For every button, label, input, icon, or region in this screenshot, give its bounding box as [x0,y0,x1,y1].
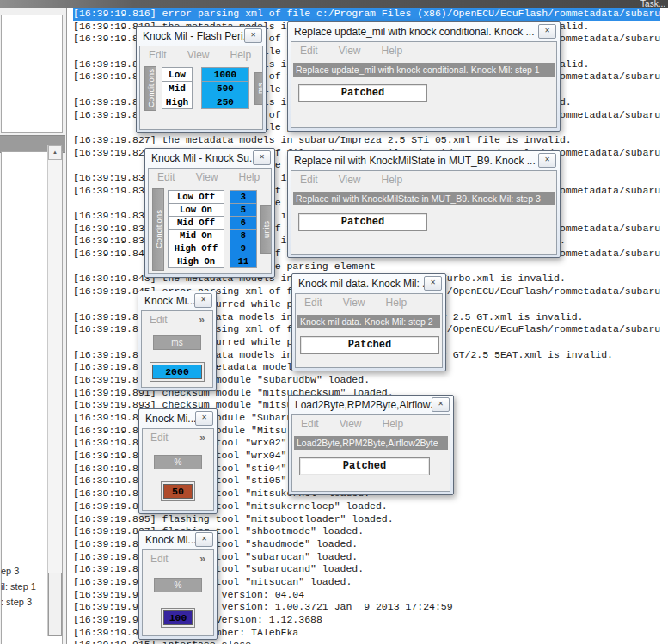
condition-label-cell: High [162,95,193,109]
menu-view[interactable]: View [187,49,210,61]
value-cell[interactable]: 3 [230,190,257,204]
task-list-item[interactable]: ep 3 [1,563,47,579]
titlebar[interactable]: Knock mil data. Knock Mil: ... ✕ [292,274,445,292]
top-taskbar: Task... [0,0,668,8]
menu-help[interactable]: Help [382,418,403,430]
close-icon[interactable]: ✕ [432,397,450,412]
close-icon[interactable]: ✕ [424,276,442,291]
menu-help[interactable]: Help [238,171,260,183]
dialog-title: Replace update_mil with knock conditiona… [294,26,538,38]
menubar: Edit View Help [140,46,262,64]
menubar: Edit View Help [296,294,442,311]
close-icon[interactable]: ✕ [538,24,556,39]
close-icon[interactable]: ✕ [194,293,212,308]
log-line: [16:39:19.816] error parsing xml of file… [73,8,660,21]
close-icon[interactable]: ✕ [253,150,271,165]
menu-edit[interactable]: Edit [150,432,169,444]
dialog-body: Edit View Help Conditions Low OffLow OnM… [148,168,272,274]
value-text: 100 [163,610,193,625]
menubar: Edit » [143,550,213,567]
titlebar[interactable]: Knock Mi... ✕ [139,531,217,549]
task-list-item[interactable]: : step 3 [1,594,47,610]
menu-edit[interactable]: Edit [157,171,175,183]
dialog-title: Knock Mil - Flash Peri... [143,30,244,42]
menu-help[interactable]: Help [381,174,402,186]
value-cell[interactable]: 5 [230,203,257,217]
patched-button[interactable]: Patched [298,213,427,231]
menu-help[interactable]: Help [385,297,407,309]
menu-view[interactable]: View [343,297,365,309]
log-line: [16:39:19.915] interface close [73,639,668,644]
value-cell[interactable]: 50 [161,481,195,501]
menu-view[interactable]: View [339,174,361,186]
menu-edit[interactable]: Edit [300,45,318,57]
menu-view[interactable]: View [339,45,361,57]
conditions-axis-label: Conditions [144,66,156,111]
condition-label-cell: Low On [168,203,224,217]
menubar: Edit View Help [149,169,271,186]
menu-edit[interactable]: Edit [300,174,318,186]
value-cell[interactable]: 1000 [201,67,249,82]
close-icon[interactable]: ✕ [195,532,213,547]
task-pane-title: Task... [640,0,665,9]
patched-button[interactable]: Patched [300,336,439,354]
units-axis-label: units [260,205,272,254]
task-list-item[interactable]: il: step 1 [1,579,47,594]
patch-status-text: Replace nil with KnockMilState in MUT_B9… [293,192,555,205]
close-icon[interactable]: ✕ [244,28,262,43]
dialog-title: Knock Mil - Knock Su... [151,152,253,164]
menu-edit[interactable]: Edit [149,49,167,61]
value-cell[interactable]: 6 [230,216,257,230]
scroll-up-button[interactable]: ▲ [48,145,62,160]
dialog-body: Edit View Help Knock mil data. Knock Mil… [295,293,443,368]
titlebar[interactable]: Replace nil with KnockMilState in MUT_B9… [288,151,560,169]
menu-overflow-icon[interactable]: » [199,432,205,444]
menu-edit[interactable]: Edit [301,418,319,430]
menu-view[interactable]: View [340,418,362,430]
dialog-body: Edit » % 50 [142,428,214,511]
dialog-knock-mil-percent-50: Knock Mi... ✕ Edit » % 50 [138,408,218,514]
dialog-knock-mil-percent-100: Knock Mi... ✕ Edit » % 100 [138,530,218,640]
titlebar[interactable]: Knock Mi... ✕ [138,291,216,310]
menu-edit[interactable]: Edit [150,553,169,565]
dialog-knock-mil-data: Knock mil data. Knock Mil: ... ✕ Edit Vi… [291,273,446,371]
titlebar[interactable]: Knock Mi... ✕ [139,409,217,427]
condition-label-cell: Low Off [168,190,224,204]
close-icon[interactable]: ✕ [195,411,213,426]
dialog-body: Edit View Help Load2Byte,RPM2Byte,Airflo… [291,414,450,492]
patched-button[interactable]: Patched [298,84,427,102]
value-cell[interactable]: 250 [201,95,249,109]
condition-labels: Low OffLow OnMid OffMid OnHigh OffHigh O… [168,191,224,268]
value-cell[interactable]: 8 [230,229,257,242]
menu-help[interactable]: Help [381,45,402,57]
condition-label-cell: Mid On [168,229,224,242]
menubar: Edit » [142,311,212,328]
value-cell[interactable]: 500 [201,81,249,95]
scrollbar-thumb[interactable] [48,573,62,636]
dialog-body: Edit View Help Replace nil with KnockMil… [291,170,557,255]
value-cell[interactable]: 100 [161,608,195,628]
value-cell[interactable]: 9 [230,242,257,255]
close-icon[interactable]: ✕ [538,153,556,168]
task-list-scrollbar[interactable]: ▲ [47,145,62,636]
titlebar[interactable]: Knock Mil - Flash Peri... ✕ [137,27,266,45]
menu-help[interactable]: Help [230,49,251,61]
patch-status-text: Knock mil data. Knock Mil: step 2 [297,315,440,328]
unit-label: % [154,578,202,592]
menu-overflow-icon[interactable]: » [199,314,205,326]
task-list: ep 3il: step 1: step 3 [1,563,47,610]
value-cell[interactable]: 11 [230,255,257,268]
menu-edit[interactable]: Edit [150,314,168,326]
titlebar[interactable]: Knock Mil - Knock Su... ✕ [145,149,274,167]
menu-view[interactable]: View [196,171,218,183]
patched-button[interactable]: Patched [299,457,430,475]
units-axis-label: ms [254,72,263,105]
condition-label-cell: High Off [168,242,224,255]
menu-edit[interactable]: Edit [304,297,322,309]
menu-overflow-icon[interactable]: » [199,553,205,565]
menubar: Edit View Help [291,42,556,59]
titlebar[interactable]: Load2Byte,RPM2Byte,Airflow2... ✕ [289,396,453,414]
titlebar[interactable]: Replace update_mil with knock conditiona… [288,22,560,40]
value-cell[interactable]: 2000 [150,362,205,382]
value-cells: 1000500250 [201,68,249,109]
